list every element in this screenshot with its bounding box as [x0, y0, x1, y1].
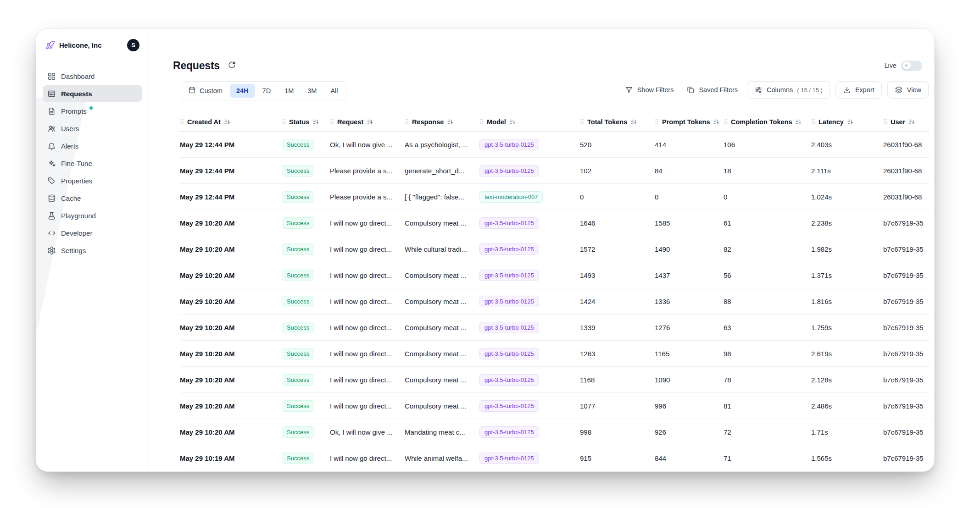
grip-icon	[580, 118, 584, 125]
time-filter-7d[interactable]: 7D	[256, 84, 278, 98]
sidebar-item-fine-tune[interactable]: Fine-Tune	[43, 155, 142, 171]
cell-status: Success	[282, 191, 330, 203]
live-toggle[interactable]: ✦	[901, 61, 922, 71]
cell-prompt-tokens: 1090	[655, 376, 724, 384]
avatar[interactable]: S	[127, 39, 139, 51]
model-badge: gpt-3.5-turbo-0125	[479, 270, 539, 281]
cell-model: gpt-3.5-turbo-0125	[479, 139, 580, 150]
column-header-response[interactable]: Response	[405, 118, 479, 126]
column-header-request[interactable]: Request	[330, 118, 405, 126]
table-row[interactable]: May 29 10:20 AMSuccessI will now go dire…	[180, 236, 929, 262]
view-button[interactable]: View	[887, 81, 929, 99]
sort-icon	[367, 118, 373, 125]
column-header-prompt-tokens[interactable]: Prompt Tokens	[655, 118, 724, 126]
dashboard-icon	[47, 72, 56, 81]
cell-latency: 2.486s	[811, 402, 883, 410]
time-filter-all[interactable]: All	[324, 84, 344, 98]
cell-model: gpt-3.5-turbo-0125	[479, 165, 580, 177]
saved-filters-button[interactable]: Saved Filters	[683, 82, 741, 98]
cell-total-tokens: 102	[580, 167, 655, 175]
cell-latency: 1.759s	[811, 324, 883, 331]
live-label: Live	[884, 62, 896, 69]
table-row[interactable]: May 29 10:20 AMSuccessI will now go dire…	[180, 288, 929, 315]
table-row[interactable]: May 29 10:20 AMSuccessI will now go dire…	[180, 315, 929, 341]
cell-prompt-tokens: 1165	[655, 350, 724, 358]
sidebar-item-users[interactable]: Users	[43, 120, 142, 137]
column-header-created-at[interactable]: Created At	[180, 118, 282, 126]
cell-status: Success	[282, 374, 330, 386]
time-filter-3m[interactable]: 3M	[301, 84, 323, 98]
columns-label: Columns	[767, 86, 793, 94]
page-title: Requests	[173, 60, 220, 72]
sidebar-item-settings[interactable]: Settings	[43, 242, 142, 259]
cell-request: I will now go direct...	[330, 298, 405, 305]
cell-latency: 1.565s	[811, 454, 883, 462]
table-row[interactable]: May 29 12:44 PMSuccessPlease provide a s…	[180, 158, 929, 184]
sort-icon	[908, 118, 915, 125]
time-filter-24h[interactable]: 24H	[230, 84, 255, 98]
sidebar-item-requests[interactable]: Requests	[43, 85, 142, 102]
column-header-label: Latency	[819, 118, 844, 126]
helicone-logo-icon	[45, 40, 55, 50]
sidebar-item-dashboard[interactable]: Dashboard	[43, 68, 142, 84]
export-button[interactable]: Export	[835, 81, 882, 99]
column-header-latency[interactable]: Latency	[811, 118, 883, 126]
sidebar-item-developer[interactable]: Developer	[43, 225, 142, 241]
table-row[interactable]: May 29 10:20 AMSuccessI will now go dire…	[180, 367, 929, 393]
sidebar-item-properties[interactable]: Properties	[43, 172, 142, 189]
status-badge: Success	[282, 453, 314, 464]
time-filter-1m[interactable]: 1M	[278, 84, 300, 98]
sidebar-item-label: Alerts	[61, 142, 78, 150]
status-badge: Success	[282, 400, 314, 412]
cell-request: I will now go direct...	[330, 219, 405, 227]
table-row[interactable]: May 29 10:19 AMSuccessI will now go dire…	[180, 445, 929, 471]
column-header-model[interactable]: Model	[479, 118, 580, 126]
table-row[interactable]: May 29 10:20 AMSuccessOk, I will now giv…	[180, 419, 929, 445]
table-row[interactable]: May 29 10:20 AMSuccessI will now go dire…	[180, 262, 929, 288]
column-header-label: Response	[412, 118, 444, 126]
org-name: Helicone, Inc	[59, 41, 102, 49]
toggle-knob: ✦	[902, 61, 911, 70]
cell-created-at: May 29 10:20 AM	[180, 402, 282, 410]
cell-latency: 2.111s	[811, 167, 883, 175]
cell-created-at: May 29 10:20 AM	[180, 428, 282, 436]
table-body: May 29 12:44 PMSuccessOk, I will now giv…	[180, 132, 929, 471]
cell-latency: 2.128s	[811, 376, 883, 384]
sidebar-item-alerts[interactable]: Alerts	[43, 138, 142, 154]
sidebar-item-cache[interactable]: Cache	[43, 190, 142, 206]
column-header-user[interactable]: User	[883, 118, 929, 126]
column-header-label: Total Tokens	[587, 118, 627, 126]
cell-total-tokens: 1339	[580, 324, 655, 331]
cell-model: gpt-3.5-turbo-0125	[479, 348, 580, 359]
show-filters-button[interactable]: Show Filters	[621, 82, 678, 98]
table-row[interactable]: May 29 10:20 AMSuccessI will now go dire…	[180, 210, 929, 236]
table-row[interactable]: May 29 10:20 AMSuccessI will now go dire…	[180, 341, 929, 367]
cell-user: b7c67919-35	[883, 376, 929, 384]
cell-created-at: May 29 10:20 AM	[180, 298, 282, 305]
cell-status: Success	[282, 426, 330, 438]
saved-filters-label: Saved Filters	[699, 86, 738, 94]
grip-icon	[180, 118, 184, 125]
columns-button[interactable]: Columns ( 15 / 15 )	[747, 81, 830, 99]
cell-prompt-tokens: 1437	[655, 271, 724, 279]
cell-total-tokens: 0	[580, 193, 655, 201]
table-row[interactable]: May 29 10:20 AMSuccessI will now go dire…	[180, 393, 929, 419]
refresh-button[interactable]	[227, 60, 237, 72]
column-header-label: Model	[487, 118, 506, 126]
time-filter-custom[interactable]: Custom	[182, 83, 229, 99]
time-filter-label: Custom	[200, 87, 223, 94]
table-row[interactable]: May 29 12:44 PMSuccessPlease provide a s…	[180, 184, 929, 210]
grip-icon	[655, 118, 659, 125]
funnel-icon	[625, 86, 633, 94]
column-header-total-tokens[interactable]: Total Tokens	[580, 118, 655, 126]
view-label: View	[907, 86, 921, 94]
column-header-completion-tokens[interactable]: Completion Tokens	[724, 118, 811, 126]
table-row[interactable]: May 29 12:44 PMSuccessOk, I will now giv…	[180, 132, 929, 158]
cell-total-tokens: 1572	[580, 245, 655, 253]
model-badge: text-moderation-007	[479, 191, 543, 203]
column-header-status[interactable]: Status	[282, 118, 330, 126]
sidebar-item-playground[interactable]: Playground	[43, 207, 142, 224]
sidebar-item-label: Users	[61, 125, 79, 133]
status-badge: Success	[282, 348, 314, 359]
sidebar-item-prompts[interactable]: Prompts	[43, 103, 142, 119]
